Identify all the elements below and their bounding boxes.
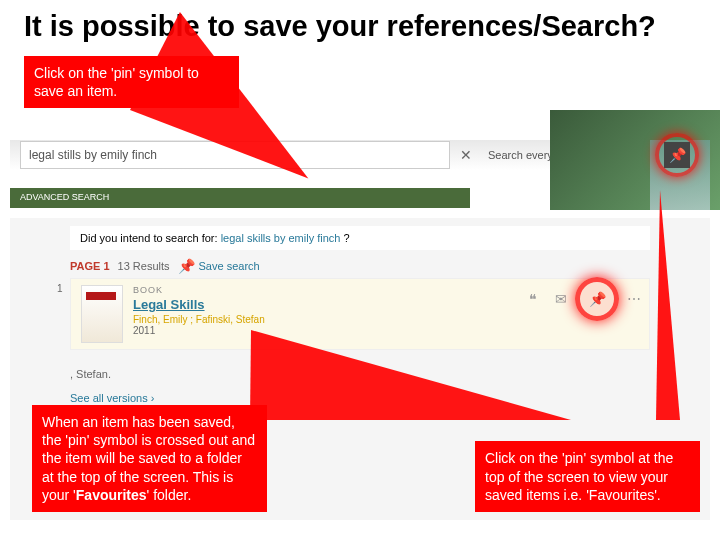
page-title: It is possible to save your references/S… [24, 10, 710, 43]
callout-view-favourites: Click on the 'pin' symbol at the top of … [475, 441, 700, 512]
favourites-pin-button[interactable]: 📌 [664, 142, 690, 168]
book-thumbnail [81, 285, 123, 343]
page-bar: PAGE 1 13 Results 📌Save search [70, 258, 650, 274]
search-query-text: legal stills by emily finch [29, 148, 157, 162]
more-menu[interactable]: ⋯ [627, 291, 641, 307]
callout-saved-state: When an item has been saved, the 'pin' s… [32, 405, 267, 512]
save-search-link[interactable]: 📌Save search [178, 258, 260, 274]
callout-arrow-2 [250, 330, 571, 420]
result-meta: BOOK Legal Skills Finch, Emily ; Fafinsk… [133, 285, 265, 343]
result-type: BOOK [133, 285, 265, 295]
result-authors: Finch, Emily ; Fafinski, Stefan [133, 314, 265, 325]
suggest-suffix: ? [340, 232, 349, 244]
result-index: 1 [57, 283, 63, 294]
page-label: PAGE 1 [70, 260, 110, 272]
did-you-mean: Did you intend to search for: legal skil… [70, 226, 650, 250]
highlight-halo [575, 277, 619, 321]
clear-icon[interactable]: ✕ [460, 147, 472, 163]
highlight-halo [655, 133, 699, 177]
pin-icon: 📌 [178, 258, 195, 274]
advanced-search-link[interactable]: ADVANCED SEARCH [10, 188, 470, 208]
quote-icon[interactable]: ❝ [529, 291, 537, 307]
result-count: 13 Results [118, 260, 170, 272]
save-search-label: Save search [199, 260, 260, 272]
author-fragment: , Stefan. [70, 368, 111, 380]
callout-arrow-3 [656, 190, 680, 420]
mail-icon[interactable]: ✉ [555, 291, 567, 307]
result-title-link[interactable]: Legal Skills [133, 297, 265, 312]
callout-text-2: ' folder. [147, 487, 192, 503]
callout-save-item: Click on the 'pin' symbol to save an ite… [24, 56, 239, 108]
result-actions: ❝ ✉ 📌 ⋯ [529, 287, 641, 311]
callout-bold: Favourites [76, 487, 147, 503]
suggest-prefix: Did you intend to search for: [80, 232, 221, 244]
see-all-versions-link[interactable]: See all versions › [70, 392, 154, 404]
result-pin-button[interactable]: 📌 [585, 287, 609, 311]
result-year: 2011 [133, 325, 265, 336]
suggest-link[interactable]: legal skills by emily finch [221, 232, 341, 244]
